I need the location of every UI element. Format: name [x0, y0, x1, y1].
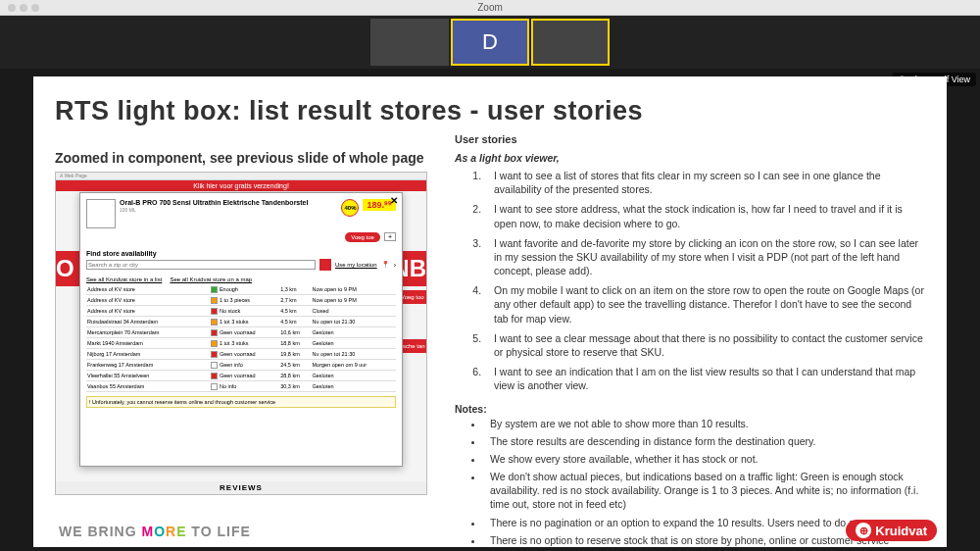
table-row[interactable]: Address of KV store No stock4,5 kmClosed [86, 306, 396, 317]
reserve-warning: ! Unfortunately, you cannot reserve item… [86, 396, 396, 408]
participant-video-1[interactable] [370, 19, 449, 66]
store-availability-modal: ✕ Oral-B PRO 700 Sensi Ultrathin Elektri… [79, 192, 403, 467]
product-header: Oral-B PRO 700 Sensi Ultrathin Elektrisc… [86, 199, 396, 228]
brand-logo-icon: ⊕ [856, 523, 871, 538]
participant-video-2[interactable] [531, 19, 610, 66]
brand-logo: ⊕ Kruidvat [846, 520, 937, 541]
table-row[interactable]: Mercantorplein 70 Amsterdam Geen voorraa… [86, 327, 396, 338]
product-thumb [86, 199, 116, 228]
user-story-item: I want to see a clear message about that… [484, 331, 925, 359]
add-button[interactable]: Voeg toe [345, 232, 380, 242]
note-item: We don't show actual pieces, but indicat… [484, 470, 925, 512]
voeg-toe-side: Voeg too [399, 290, 427, 304]
user-stories-list: I want to see a list of stores that fits… [455, 169, 925, 392]
notes-heading: Notes: [455, 402, 925, 416]
promo-banner: Klik hier voor gratis verzending! [56, 180, 426, 191]
table-row[interactable]: Address of KV store 1 to 3 pieces2,7 kmN… [86, 295, 396, 306]
window-title-bar: Zoom [0, 0, 980, 16]
presentation-slide: RTS light box: list result stores - user… [33, 76, 947, 547]
table-row[interactable]: Markt 1940 Amsterdam 1 tot 3 stuks18,8 k… [86, 338, 396, 349]
location-icon: 📍 [381, 261, 390, 269]
tab-map[interactable]: See all Kruidvat store on a map [170, 276, 252, 282]
plus-icon[interactable]: + [384, 232, 396, 241]
user-story-item: I want favorite and de-favorite my store… [484, 236, 925, 278]
discount-badge: 40% [341, 199, 359, 217]
table-row[interactable]: Nijborg 17 Amsterdam Geen voorraad19,8 k… [86, 349, 396, 360]
product-title: Oral-B PRO 700 Sensi Ultrathin Elektrisc… [120, 199, 337, 207]
user-story-item: I want to see store address, what the st… [484, 202, 925, 229]
table-row[interactable]: Vaanbos 55 Amsterdam No info30,3 kmGeslo… [86, 381, 396, 392]
chevron-right-icon: › [394, 262, 396, 269]
table-row[interactable]: Address of KV store Enough1,3 kmNow open… [86, 284, 396, 295]
slide-title: RTS light box: list result stores - user… [55, 96, 925, 126]
brand-tagline: WE BRING MORE TO LIFE [59, 524, 251, 539]
participant-avatar[interactable]: D [451, 19, 529, 66]
slide-subhead: Zoomed in component, see previous slide … [55, 150, 447, 166]
store-search-input[interactable] [86, 260, 316, 270]
zoom-video-strip: D [0, 16, 980, 69]
user-story-item: I want to see a list of stores that fits… [484, 169, 925, 196]
table-row[interactable]: Vleerhallei 55 Amstelveen Geen voorraad2… [86, 371, 396, 381]
use-location-link[interactable]: Use my location [335, 262, 377, 268]
user-story-item: On my mobile I want to click on an item … [484, 283, 925, 326]
user-stories-column: User stories As a light box viewer, I wa… [455, 132, 925, 547]
app-title: Zoom [477, 2, 503, 13]
table-row[interactable]: Frankenweg 17 Amsterdam Geen info24,5 km… [86, 360, 396, 371]
lightbox-mock: A Web Page Klik hier voor gratis verzend… [55, 172, 427, 495]
close-icon[interactable]: ✕ [390, 195, 398, 206]
user-story-item: I want to see an indication that I am on… [484, 365, 925, 392]
table-row[interactable]: Ruisdaalstraat 34 Amsterdam 1 tot 3 stuk… [86, 317, 396, 327]
search-icon[interactable] [319, 259, 331, 271]
persona-line: As a light box viewer, [455, 151, 925, 165]
note-item: The store results are descending in dist… [484, 434, 925, 448]
browser-chrome-mock: A Web Page [56, 173, 426, 180]
product-sub: 100 ML [120, 207, 337, 213]
note-item: We show every store available, whether i… [484, 452, 925, 466]
note-item: By system are we not able to show more t… [484, 417, 925, 430]
traffic-lights[interactable] [8, 4, 39, 12]
store-results-table: Address of KV store Enough1,3 kmNow open… [86, 284, 396, 392]
user-stories-heading: User stories [455, 132, 925, 147]
find-store-title: Find store availability [86, 250, 396, 257]
reviews-section-label: REVIEWS [56, 481, 426, 494]
tab-list[interactable]: See all Kruidvat store in a list [86, 276, 162, 282]
